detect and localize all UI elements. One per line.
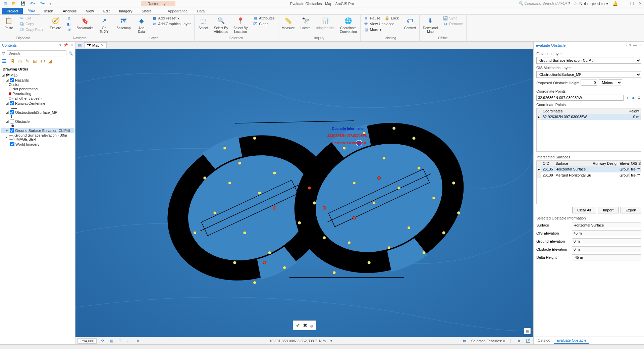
- list-by-source-icon[interactable]: 🗄: [10, 58, 14, 64]
- command-search[interactable]: 🔍 Command Search (Alt+Q): [519, 1, 567, 6]
- tab-imagery[interactable]: Imagery: [114, 8, 137, 14]
- map-tab-close-icon[interactable]: ✕: [101, 43, 104, 48]
- measure-button[interactable]: 📏Measure: [280, 15, 296, 31]
- contents-search-input[interactable]: [7, 50, 66, 56]
- snap-settings-icon[interactable]: ⚙: [310, 324, 313, 329]
- clear-all-button[interactable]: Clear All: [572, 207, 596, 213]
- int-h-runway[interactable]: Runway Designator: [591, 161, 618, 166]
- clear-selection-button[interactable]: ⌧Clear: [252, 21, 276, 27]
- nav-tool-2[interactable]: ◧: [65, 21, 72, 27]
- list-by-perspective-icon[interactable]: ◢: [48, 58, 52, 64]
- tree-obstacle[interactable]: ◢Obstacle: [1, 119, 74, 124]
- tree-gse-30m[interactable]: ▸Ground Surface Elevation - 30m (IMAGE S…: [1, 133, 74, 142]
- coord-settings-icon[interactable]: ⚙: [637, 96, 641, 100]
- status-view-icon-1[interactable]: ▦: [109, 339, 114, 343]
- coords-header-height[interactable]: Height: [624, 108, 641, 114]
- tab-analysis[interactable]: Analysis: [58, 8, 81, 14]
- select-by-location-button[interactable]: 📍Select By Location: [232, 15, 249, 34]
- list-by-editing-icon[interactable]: ✎: [25, 58, 30, 64]
- intersected-row[interactable]: ▸ 26135 Horizontal Surface Groun file://…: [537, 166, 641, 172]
- select-by-attributes-button[interactable]: 🔍Select By Attributes: [213, 15, 229, 34]
- panel-close-icon[interactable]: ✕: [70, 43, 73, 47]
- gse-clip-checkbox[interactable]: [10, 128, 14, 133]
- panel-pin-icon[interactable]: 📌: [63, 43, 68, 47]
- add-coord-icon[interactable]: ＋: [625, 95, 630, 100]
- import-button[interactable]: Import: [598, 207, 619, 213]
- notifications-icon[interactable]: 🔔: [612, 1, 618, 6]
- int-h-elev[interactable]: Eleva: [618, 161, 630, 166]
- infographics-button[interactable]: 📊Infographics: [315, 15, 336, 31]
- world-imagery-checkbox[interactable]: [10, 142, 14, 146]
- map-view-list-icon[interactable]: ▤: [77, 43, 83, 47]
- tab-insert[interactable]: Insert: [40, 8, 58, 14]
- map-canvas[interactable]: Obstacle Information 32.926362N 097.0300…: [75, 49, 533, 337]
- tab-share[interactable]: Share: [137, 8, 156, 14]
- list-by-labeling-icon[interactable]: 🏷: [40, 58, 45, 64]
- add-preset-button[interactable]: ▦Add Preset ▾: [151, 15, 192, 21]
- minimize-icon[interactable]: —: [622, 1, 626, 6]
- elevation-layer-select[interactable]: Ground Surface Elevation-CLIP.tif: [536, 57, 641, 64]
- search-icon[interactable]: 🔍: [68, 51, 74, 56]
- tree-runway[interactable]: ◢RunwayCenterline: [1, 101, 74, 106]
- explore-button[interactable]: 🧭Explore: [48, 15, 62, 31]
- tab-view[interactable]: View: [81, 8, 99, 14]
- labeling-more-button[interactable]: ▤More ▾: [363, 27, 400, 32]
- close-icon[interactable]: ✕: [638, 1, 642, 6]
- panel-menu-icon[interactable]: ▾: [59, 43, 61, 47]
- status-pause-icon[interactable]: ⏸: [135, 339, 140, 343]
- ois-layer-select[interactable]: ObstructionIdSurface_MP: [536, 71, 641, 78]
- map-view-tab[interactable]: 🗺Map✕: [84, 42, 107, 48]
- list-by-selection-icon[interactable]: ▭: [18, 58, 22, 64]
- height-unit-select[interactable]: Meters: [599, 79, 622, 86]
- status-rotation-icon[interactable]: ⟳: [101, 339, 105, 343]
- intersected-row[interactable]: 26139 Merged Horizontal Surface Groun fi…: [537, 172, 641, 178]
- int-h-oid[interactable]: OID: [541, 161, 554, 166]
- bottom-tab-catalog[interactable]: Catalog: [535, 338, 553, 344]
- sync-button[interactable]: 🔄Sync: [442, 15, 464, 21]
- tree-hazards[interactable]: ◢Hazards: [1, 78, 74, 83]
- download-map-button[interactable]: ⬇Download Map: [422, 15, 439, 34]
- cut-button[interactable]: ✂Cut: [18, 15, 44, 21]
- tree-world-imagery[interactable]: World Imagery: [1, 142, 74, 147]
- snap-confirm-icon[interactable]: ✔: [296, 322, 300, 329]
- tab-project[interactable]: Project: [2, 8, 23, 14]
- tree-gse-clip[interactable]: ▸Ground Surface Elevation-CLIP.tif: [1, 128, 74, 133]
- status-pause-drawing-icon[interactable]: ⏸: [516, 339, 521, 343]
- list-by-snapping-icon[interactable]: ⊞: [33, 58, 37, 64]
- hazards-checkbox[interactable]: [10, 78, 14, 82]
- export-button[interactable]: Export: [621, 207, 641, 213]
- rp-help-icon[interactable]: ?: [625, 43, 627, 47]
- nav-tool-3[interactable]: ⇲: [65, 27, 72, 32]
- maximize-icon[interactable]: ❐: [630, 1, 634, 6]
- tab-edit[interactable]: Edit: [99, 8, 114, 14]
- pick-coord-icon[interactable]: ◈: [631, 96, 635, 100]
- snap-cancel-icon[interactable]: ✖: [303, 322, 307, 329]
- bottom-tab-evaluate[interactable]: Evaluate Obstacle: [554, 338, 589, 344]
- rp-pin-icon[interactable]: —: [633, 43, 637, 47]
- status-snap-icon[interactable]: ↔: [126, 339, 131, 343]
- undo-icon[interactable]: ↶▾: [29, 0, 37, 7]
- status-view-icon-2[interactable]: ⊞: [118, 339, 122, 343]
- paste-button[interactable]: 📋Paste: [2, 15, 15, 31]
- nav-tool-1[interactable]: ⊕: [65, 15, 72, 21]
- int-h-ois[interactable]: OIS S: [630, 161, 641, 166]
- new-project-icon[interactable]: ▥: [2, 0, 8, 7]
- save-icon[interactable]: 💾: [19, 0, 27, 7]
- filter-icon[interactable]: ▽: [1, 51, 5, 56]
- tab-map[interactable]: Map: [23, 7, 39, 14]
- copy-button[interactable]: ⿻Copy: [18, 21, 44, 27]
- status-coords-menu-icon[interactable]: ▾: [330, 339, 333, 343]
- coord-conversion-button[interactable]: 🌐Coordinate Conversion: [338, 15, 358, 34]
- remove-button[interactable]: ⊘Remove: [442, 21, 464, 27]
- horizontal-scrollbar[interactable]: [0, 344, 644, 349]
- gse-30m-checkbox[interactable]: [9, 135, 13, 140]
- rp-close-icon[interactable]: ✕: [639, 43, 642, 47]
- rp-menu-icon[interactable]: ▾: [629, 43, 631, 47]
- select-button[interactable]: ⬚Select: [197, 15, 210, 31]
- obstruction-checkbox[interactable]: [10, 110, 14, 114]
- bookmarks-button[interactable]: 🔖Bookmarks: [75, 15, 95, 31]
- height-input[interactable]: [581, 80, 597, 86]
- convert-button[interactable]: 🏷Convert: [403, 15, 417, 31]
- tab-data[interactable]: Data: [192, 8, 209, 14]
- list-by-drawing-order-icon[interactable]: ☰: [2, 58, 6, 64]
